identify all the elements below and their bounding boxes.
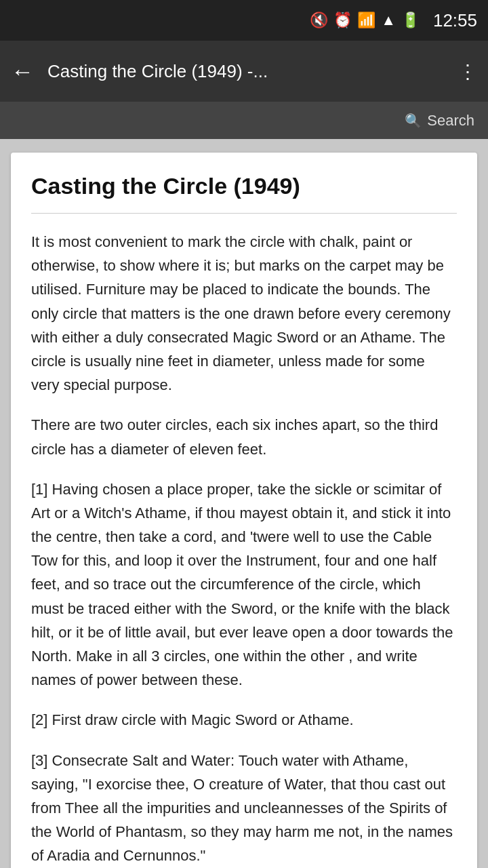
article-body: It is most convenient to mark the circle…: [31, 230, 457, 868]
back-button[interactable]: ←: [11, 60, 34, 83]
wifi-icon: 📶: [357, 12, 375, 29]
mute-icon: 🔇: [310, 12, 328, 29]
search-bar: 🔍 Search: [0, 102, 488, 139]
article-card: Casting the Circle (1949) It is most con…: [11, 153, 477, 868]
article-paragraph: There are two outer circles, each six in…: [31, 413, 457, 460]
article-paragraph: It is most convenient to mark the circle…: [31, 230, 457, 397]
status-icons: 🔇 ⏰ 📶 ▲ 🔋 12:55: [310, 10, 477, 31]
page-title: Casting the Circle (1949) -...: [47, 61, 445, 82]
article-title: Casting the Circle (1949): [31, 173, 457, 199]
article-paragraph: [3] Consecrate Salt and Water: Touch wat…: [31, 749, 457, 868]
status-time: 12:55: [433, 10, 477, 31]
status-bar: 🔇 ⏰ 📶 ▲ 🔋 12:55: [0, 0, 488, 41]
signal-icon: ▲: [381, 12, 396, 29]
battery-icon: 🔋: [401, 12, 420, 29]
search-icon: 🔍: [405, 113, 422, 129]
app-bar: ← Casting the Circle (1949) -... ⋮: [0, 41, 488, 102]
content-area: Casting the Circle (1949) It is most con…: [0, 139, 488, 868]
alarm-icon: ⏰: [333, 12, 352, 29]
more-options-button[interactable]: ⋮: [458, 60, 477, 83]
article-paragraph: [2] First draw circle with Magic Sword o…: [31, 708, 457, 732]
search-button[interactable]: Search: [427, 112, 474, 130]
article-paragraph: [1] Having chosen a place proper, take t…: [31, 477, 457, 692]
title-divider: [31, 213, 457, 214]
